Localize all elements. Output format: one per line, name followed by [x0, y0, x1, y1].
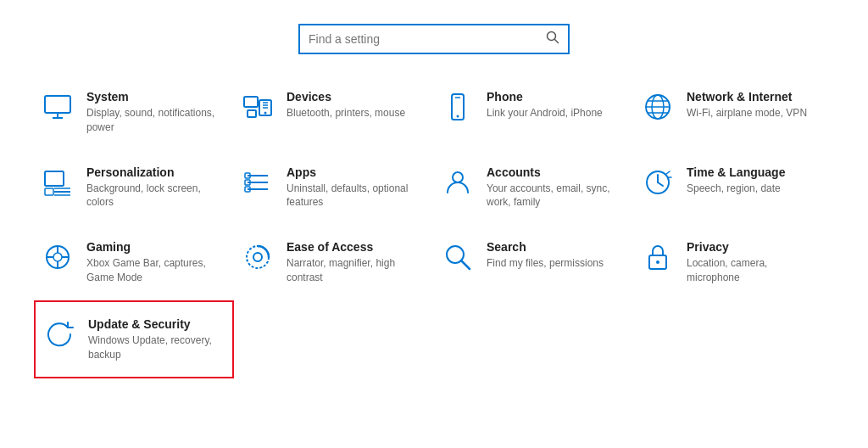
- svg-rect-21: [45, 188, 53, 195]
- search-title: Search: [487, 240, 604, 254]
- setting-item-gaming[interactable]: Gaming Xbox Game Bar, captures, Game Mod…: [34, 225, 234, 300]
- apps-subtitle: Uninstall, defaults, optional features: [287, 182, 420, 210]
- gaming-title: Gaming: [86, 240, 220, 254]
- ease-subtitle: Narrator, magnifier, high contrast: [287, 256, 420, 285]
- svg-rect-2: [45, 96, 70, 113]
- ease-icon: [241, 240, 275, 274]
- personalization-text: Personalization Background, lock screen,…: [86, 165, 220, 210]
- setting-item-ease[interactable]: Ease of Access Narrator, magnifier, high…: [234, 225, 434, 300]
- setting-item-phone[interactable]: Phone Link your Android, iPhone: [434, 75, 634, 150]
- setting-item-time[interactable]: Time & Language Speech, region, date: [634, 150, 834, 226]
- setting-item-devices[interactable]: Devices Bluetooth, printers, mouse: [234, 75, 434, 150]
- setting-item-apps[interactable]: Apps Uninstall, defaults, optional featu…: [234, 150, 434, 226]
- search-bar[interactable]: [298, 24, 570, 54]
- phone-text: Phone Link your Android, iPhone: [487, 90, 603, 120]
- phone-icon: [441, 90, 475, 124]
- ease-title: Ease of Access: [287, 240, 420, 254]
- accounts-icon: [441, 165, 475, 199]
- setting-item-network[interactable]: Network & Internet Wi-Fi, airplane mode,…: [634, 75, 834, 150]
- network-icon: [641, 90, 675, 124]
- network-subtitle: Wi-Fi, airplane mode, VPN: [687, 106, 807, 120]
- search-text: Search Find my files, permissions: [487, 240, 604, 271]
- accounts-text: Accounts Your accounts, email, sync, wor…: [487, 165, 620, 210]
- svg-point-13: [457, 115, 459, 118]
- setting-item-search[interactable]: Search Find my files, permissions: [434, 225, 634, 300]
- setting-item-privacy[interactable]: Privacy Location, camera, microphone: [634, 225, 834, 300]
- gaming-icon: [41, 240, 75, 274]
- devices-title: Devices: [287, 90, 405, 104]
- system-text: System Display, sound, notifications, po…: [86, 90, 220, 135]
- privacy-icon: [641, 240, 675, 274]
- svg-line-1: [555, 40, 559, 43]
- update-icon: [42, 317, 76, 351]
- phone-title: Phone: [487, 90, 603, 104]
- apps-text: Apps Uninstall, defaults, optional featu…: [287, 165, 420, 210]
- time-subtitle: Speech, region, date: [687, 182, 785, 196]
- privacy-subtitle: Location, camera, microphone: [687, 256, 821, 285]
- devices-subtitle: Bluetooth, printers, mouse: [287, 106, 405, 120]
- settings-grid: System Display, sound, notifications, po…: [0, 75, 868, 378]
- search-icon: [441, 240, 475, 274]
- system-subtitle: Display, sound, notifications, power: [86, 106, 220, 135]
- svg-rect-20: [45, 171, 64, 186]
- svg-point-46: [656, 260, 659, 264]
- update-text: Update & Security Windows Update, recove…: [88, 317, 219, 362]
- svg-point-42: [253, 253, 262, 261]
- setting-item-personalization[interactable]: Personalization Background, lock screen,…: [34, 150, 234, 226]
- svg-point-36: [53, 253, 62, 261]
- personalization-title: Personalization: [86, 165, 220, 179]
- gaming-text: Gaming Xbox Game Bar, captures, Game Mod…: [86, 240, 220, 285]
- svg-line-34: [658, 182, 663, 186]
- personalization-icon: [41, 165, 75, 199]
- time-icon: [641, 165, 675, 199]
- apps-icon: [241, 165, 275, 199]
- apps-title: Apps: [287, 165, 420, 179]
- personalization-subtitle: Background, lock screen, colors: [86, 182, 220, 210]
- svg-point-8: [264, 112, 267, 115]
- time-title: Time & Language: [687, 165, 785, 179]
- ease-text: Ease of Access Narrator, magnifier, high…: [287, 240, 420, 285]
- devices-text: Devices Bluetooth, printers, mouse: [287, 90, 405, 120]
- network-title: Network & Internet: [687, 90, 807, 104]
- svg-rect-5: [244, 97, 258, 107]
- search-subtitle: Find my files, permissions: [487, 256, 604, 271]
- system-icon: [41, 90, 75, 124]
- svg-line-44: [461, 260, 470, 269]
- accounts-title: Accounts: [487, 165, 620, 179]
- setting-item-system[interactable]: System Display, sound, notifications, po…: [34, 75, 234, 150]
- setting-item-update[interactable]: Update & Security Windows Update, recove…: [34, 300, 234, 379]
- search-input[interactable]: [309, 32, 546, 46]
- phone-subtitle: Link your Android, iPhone: [487, 106, 603, 120]
- network-text: Network & Internet Wi-Fi, airplane mode,…: [687, 90, 807, 120]
- system-title: System: [86, 90, 220, 104]
- privacy-title: Privacy: [687, 240, 821, 254]
- svg-point-31: [453, 172, 463, 182]
- search-icon: [546, 31, 559, 48]
- svg-rect-6: [248, 110, 256, 117]
- devices-icon: [241, 90, 275, 124]
- gaming-subtitle: Xbox Game Bar, captures, Game Mode: [86, 256, 220, 285]
- update-subtitle: Windows Update, recovery, backup: [88, 333, 219, 362]
- privacy-text: Privacy Location, camera, microphone: [687, 240, 821, 285]
- accounts-subtitle: Your accounts, email, sync, work, family: [487, 182, 620, 210]
- setting-item-accounts[interactable]: Accounts Your accounts, email, sync, wor…: [434, 150, 634, 226]
- update-title: Update & Security: [88, 317, 219, 331]
- time-text: Time & Language Speech, region, date: [687, 165, 785, 196]
